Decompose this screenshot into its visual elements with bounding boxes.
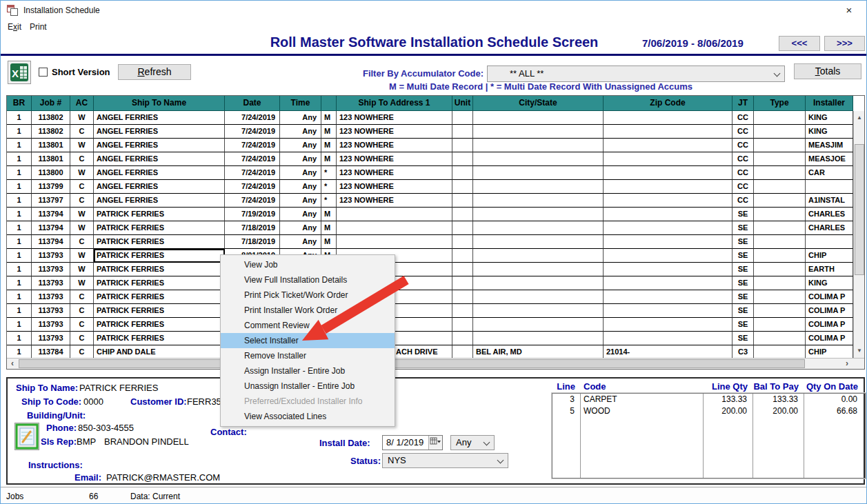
grid-cell[interactable]: 113793 [32,318,70,332]
menu-item-select-installer[interactable]: Select Installer [221,333,395,348]
grid-cell[interactable]: 7/18/2019 [225,235,280,249]
grid-cell[interactable] [452,152,473,166]
grid-cell[interactable] [604,180,733,194]
grid-cell[interactable] [754,304,806,318]
grid-cell[interactable]: PATRICK FERRIES [94,221,225,235]
grid-cell[interactable]: 1 [7,194,32,208]
grid-cell[interactable]: CHARLES [806,221,853,235]
grid-cell[interactable]: Any [280,111,321,125]
grid-cell[interactable] [473,166,604,180]
grid-cell[interactable] [754,235,806,249]
grid-cell[interactable]: Any [280,194,321,208]
grid-cell[interactable]: 113793 [32,276,70,290]
grid-cell[interactable]: 21014- [604,345,733,359]
grid-cell[interactable]: 7/18/2019 [225,221,280,235]
grid-cell[interactable]: KING [806,276,853,290]
prev-range-button[interactable]: <<< [779,36,820,51]
grid-header-br[interactable]: BR [7,96,32,111]
grid-cell[interactable] [452,345,473,359]
menu-item-print-installer-work-order[interactable]: Print Installer Work Order [221,303,395,318]
grid-cell[interactable]: 1 [7,249,32,263]
grid-cell[interactable] [604,111,733,125]
grid-cell[interactable]: CHIP AND DALE [94,345,225,359]
grid-cell[interactable]: 123 NOWHERE [337,111,452,125]
grid-cell[interactable] [473,249,604,263]
grid-cell[interactable] [452,332,473,345]
grid-cell[interactable]: 1 [7,208,32,221]
grid-cell[interactable]: Any [280,125,321,139]
grid-cell[interactable]: 1 [7,221,32,235]
grid-cell[interactable] [452,166,473,180]
grid-cell[interactable] [452,318,473,332]
grid-cell[interactable]: 1 [7,180,32,194]
grid-header-type[interactable]: Type [754,96,806,111]
grid-cell[interactable]: COLIMA P [806,332,853,345]
grid-cell[interactable]: 113800 [32,166,70,180]
grid-cell[interactable] [754,249,806,263]
grid-cell[interactable]: M [321,235,337,249]
grid-header-jt[interactable]: JT [733,96,754,111]
grid-cell[interactable]: C [70,318,94,332]
grid-cell[interactable]: M [321,152,337,166]
grid-cell[interactable] [604,166,733,180]
grid-cell[interactable]: 123 NOWHERE [337,166,452,180]
grid-cell[interactable]: 113799 [32,180,70,194]
grid-cell[interactable] [452,276,473,290]
grid-cell[interactable]: Any [280,180,321,194]
grid-cell[interactable]: PATRICK FERRIES [94,249,225,263]
grid-cell[interactable]: CC [733,166,754,180]
grid-cell[interactable] [604,125,733,139]
menu-item-remove-installer[interactable]: Remove Installer [221,348,395,363]
grid-header-ship-to-address-1[interactable]: Ship To Address 1 [337,96,452,111]
grid-cell[interactable]: 1 [7,125,32,139]
grid-cell[interactable]: W [70,249,94,263]
grid-cell[interactable]: Any [280,235,321,249]
grid-cell[interactable]: 113794 [32,221,70,235]
menu-print[interactable]: Print [30,22,47,32]
grid-cell[interactable] [754,345,806,359]
horizontal-scroll-thumb[interactable] [19,359,805,368]
grid-cell[interactable]: M [321,111,337,125]
grid-cell[interactable] [473,332,604,345]
grid-cell[interactable]: 7/24/2019 [225,166,280,180]
install-date-field[interactable]: 8/ 1/2019 [382,435,443,450]
grid-header-zip-code[interactable]: Zip Code [604,96,733,111]
grid-cell[interactable]: 123 NOWHERE [337,139,452,152]
grid-cell[interactable]: 1 [7,263,32,276]
grid-cell[interactable]: CC [733,180,754,194]
grid-cell[interactable] [473,152,604,166]
grid-cell[interactable]: 123 NOWHERE [337,180,452,194]
grid-cell[interactable]: PATRICK FERRIES [94,208,225,221]
totals-button[interactable]: Totals [794,63,861,79]
grid-cell[interactable]: COLIMA P [806,304,853,318]
menu-exit[interactable]: Exit [8,22,21,32]
grid-header-unit[interactable]: Unit [452,96,473,111]
grid-cell[interactable] [754,111,806,125]
export-excel-button[interactable]: X [8,61,31,84]
grid-cell[interactable]: 113802 [32,125,70,139]
grid-cell[interactable]: SE [733,332,754,345]
grid-cell[interactable]: ANGEL FERRIES [94,139,225,152]
grid-cell[interactable]: PATRICK FERRIES [94,332,225,345]
grid-cell[interactable]: SE [733,318,754,332]
grid-cell[interactable] [754,166,806,180]
grid-cell[interactable]: 1 [7,318,32,332]
grid-cell[interactable]: C [70,194,94,208]
grid-header-ac[interactable]: AC [70,96,94,111]
grid-cell[interactable]: W [70,166,94,180]
grid-cell[interactable]: * [321,194,337,208]
grid-cell[interactable]: Any [280,221,321,235]
grid-cell[interactable]: ANGEL FERRIES [94,111,225,125]
grid-cell[interactable]: ANGEL FERRIES [94,166,225,180]
grid-cell[interactable] [754,152,806,166]
grid-cell[interactable] [473,263,604,276]
grid-cell[interactable]: 1 [7,166,32,180]
grid-cell[interactable] [452,263,473,276]
grid-header-job-[interactable]: Job # [32,96,70,111]
grid-cell[interactable] [604,249,733,263]
grid-cell[interactable] [473,304,604,318]
grid-cell[interactable] [604,221,733,235]
grid-cell[interactable] [452,290,473,304]
grid-cell[interactable]: C [70,152,94,166]
grid-cell[interactable]: 123 NOWHERE [337,152,452,166]
